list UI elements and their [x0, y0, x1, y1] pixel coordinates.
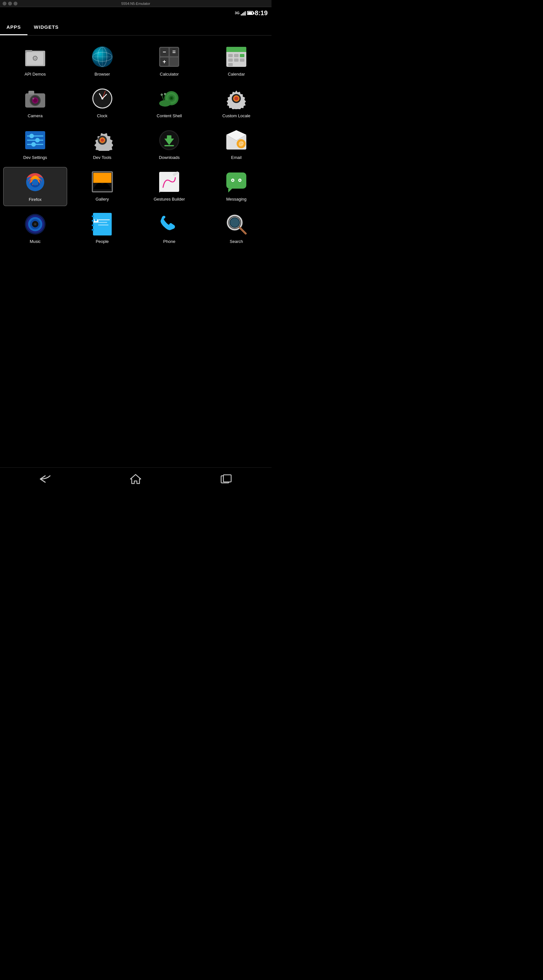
app-item-gestures-builder[interactable]: Gestures Builder [138, 167, 202, 206]
svg-rect-25 [234, 59, 238, 62]
svg-point-63 [31, 142, 36, 146]
svg-rect-17 [170, 57, 178, 66]
app-item-camera[interactable]: Camera [3, 84, 67, 122]
app-grid: ⚙ API Demos [0, 35, 272, 254]
svg-point-61 [35, 138, 40, 142]
calculator-icon: − = + [157, 45, 181, 68]
signal-strength-icon [241, 10, 246, 16]
svg-rect-107 [92, 224, 94, 226]
messaging-icon [225, 170, 248, 194]
app-item-calculator[interactable]: − = + Calculator [138, 42, 202, 80]
main-content: ⚙ API Demos [0, 35, 272, 468]
svg-point-56 [234, 97, 238, 100]
api-demos-label: API Demos [25, 72, 46, 77]
svg-rect-82 [93, 173, 111, 185]
svg-text:@: @ [238, 141, 244, 146]
dev-tools-label: Dev Tools [93, 155, 111, 161]
api-demos-icon: ⚙ [24, 45, 47, 68]
svg-rect-105 [92, 215, 94, 217]
custom-locale-icon [225, 87, 248, 110]
firefox-icon [24, 170, 47, 194]
content-shell-label: Content Shell [157, 113, 182, 119]
svg-point-80 [32, 179, 38, 185]
svg-point-112 [230, 218, 239, 227]
svg-text:⚙: ⚙ [32, 54, 38, 62]
close-button[interactable] [3, 2, 6, 5]
app-item-api-demos[interactable]: ⚙ API Demos [3, 42, 67, 80]
battery-icon [247, 11, 253, 15]
camera-icon [24, 87, 47, 110]
svg-rect-101 [98, 222, 107, 223]
gallery-label: Gallery [95, 197, 109, 202]
phone-icon [157, 213, 181, 236]
svg-point-52 [161, 94, 162, 95]
svg-line-48 [162, 95, 164, 100]
svg-point-34 [32, 97, 34, 100]
app-item-email[interactable]: @ Email [204, 125, 268, 164]
camera-label: Camera [28, 113, 43, 119]
svg-point-59 [29, 134, 34, 138]
svg-rect-20 [226, 49, 246, 52]
network-type: 3G [235, 11, 240, 15]
calculator-label: Calculator [160, 72, 179, 77]
window-controls [3, 2, 17, 5]
back-button[interactable] [35, 473, 55, 485]
svg-marker-115 [130, 474, 141, 484]
maximize-button[interactable] [14, 2, 17, 5]
status-bar: 3G 8:19 [0, 7, 272, 19]
bottom-nav [0, 468, 272, 490]
calendar-icon [225, 45, 248, 68]
app-item-custom-locale[interactable]: Custom Locale [204, 84, 268, 122]
browser-icon [91, 45, 114, 68]
svg-point-47 [159, 100, 171, 107]
clock-label: Clock [97, 113, 108, 119]
app-item-music[interactable]: Music [3, 209, 67, 248]
app-item-browser[interactable]: Browser [70, 42, 134, 80]
app-item-gallery[interactable]: Gallery [70, 167, 134, 206]
phone-label: Phone [164, 239, 176, 245]
svg-text:=: = [172, 49, 176, 55]
home-button[interactable] [126, 473, 145, 485]
email-label: Email [231, 155, 242, 161]
app-item-people[interactable]: People [70, 209, 134, 248]
window-title: 5554:N5-Emulator [121, 2, 150, 5]
svg-rect-26 [240, 59, 245, 62]
app-item-dev-settings[interactable]: Dev Settings [3, 125, 67, 164]
app-item-downloads[interactable]: Downloads [138, 125, 202, 164]
clock-icon [91, 87, 114, 110]
music-icon [24, 213, 47, 236]
dev-tools-icon [91, 129, 114, 152]
tab-widgets[interactable]: WIDGETS [27, 19, 65, 35]
app-item-firefox[interactable]: Firefox [3, 167, 67, 206]
music-label: Music [30, 239, 41, 245]
app-item-content-shell[interactable]: Content Shell [138, 84, 202, 122]
app-item-dev-tools[interactable]: Dev Tools [70, 125, 134, 164]
app-item-messaging[interactable]: Messaging [204, 167, 268, 206]
svg-point-98 [35, 224, 36, 225]
svg-point-53 [165, 93, 166, 94]
browser-label: Browser [95, 72, 110, 77]
svg-point-104 [95, 219, 97, 221]
app-item-calendar[interactable]: Calendar [204, 42, 268, 80]
app-item-phone[interactable]: Phone [138, 209, 202, 248]
svg-rect-70 [167, 135, 171, 140]
svg-rect-71 [164, 145, 174, 146]
svg-rect-106 [92, 220, 94, 221]
recent-apps-button[interactable] [217, 473, 236, 485]
svg-point-46 [170, 97, 172, 99]
svg-text:+: + [163, 59, 166, 65]
minimize-button[interactable] [8, 2, 12, 5]
app-item-clock[interactable]: Clock [70, 84, 134, 122]
svg-rect-23 [240, 54, 245, 57]
title-bar: 5554:N5-Emulator [0, 0, 272, 7]
people-label: People [95, 239, 108, 245]
dev-settings-label: Dev Settings [23, 155, 47, 161]
app-item-search[interactable]: Search [204, 209, 268, 248]
svg-text:−: − [163, 49, 166, 55]
svg-rect-117 [224, 475, 231, 482]
gallery-icon [91, 170, 114, 194]
svg-rect-100 [98, 220, 110, 220]
tab-apps[interactable]: APPS [0, 19, 27, 35]
svg-point-66 [101, 138, 104, 142]
svg-rect-24 [228, 59, 233, 62]
